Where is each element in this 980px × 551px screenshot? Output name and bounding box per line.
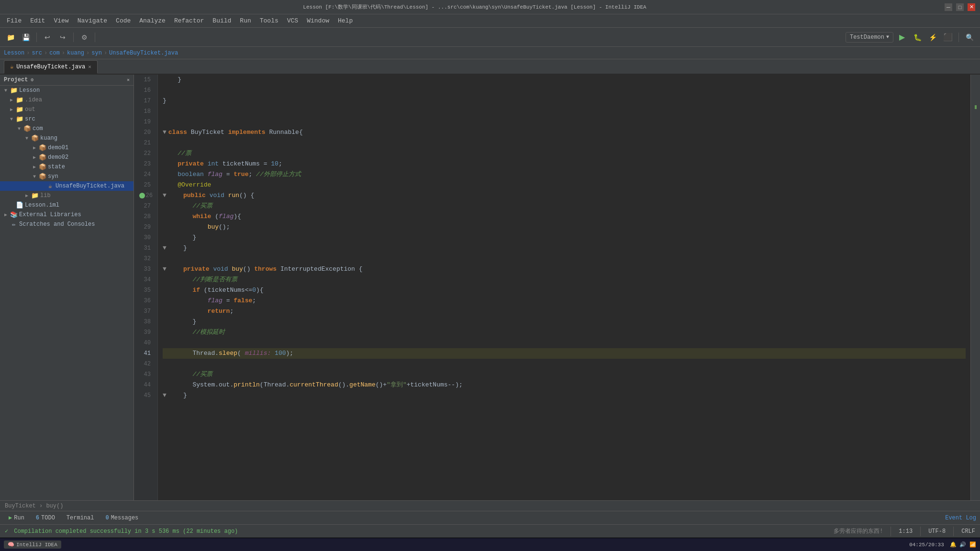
code-line-25: @Override <box>163 180 966 190</box>
menu-view[interactable]: View <box>50 16 72 26</box>
right-gutter <box>970 75 980 500</box>
bottom-tab-todo[interactable]: 6 TODO <box>31 512 60 524</box>
minimize-button[interactable]: ─ <box>945 3 952 11</box>
tree-label-lesson-iml: Lesson.iml <box>25 202 59 209</box>
status-encoding[interactable]: UTF-8 <box>928 528 946 535</box>
breakpoint-icon[interactable] <box>139 193 145 198</box>
menu-tools[interactable]: Tools <box>256 16 282 26</box>
menu-navigate[interactable]: Navigate <box>74 16 111 26</box>
line-num-17: 17 <box>134 96 154 106</box>
menu-code[interactable]: Code <box>112 16 134 26</box>
menu-window[interactable]: Window <box>303 16 333 26</box>
bottom-tab-messages[interactable]: 0 Messages <box>100 512 143 524</box>
tree-item-out[interactable]: ▶ 📁 out <box>0 105 134 114</box>
sidebar-settings-icon[interactable]: ⚙ <box>31 77 33 83</box>
menu-edit[interactable]: Edit <box>26 16 49 26</box>
menu-help[interactable]: Help <box>334 16 356 26</box>
bottom-tabs: ▶ Run 6 TODO Terminal 0 Messages Event L… <box>0 511 980 524</box>
code-line-44: System.out. println (Thread. currentThre… <box>163 380 966 390</box>
line-num-26: 26 <box>134 190 154 201</box>
tree-item-kuang[interactable]: ▼ 📦 kuang <box>0 133 134 143</box>
tree-item-src[interactable]: ▼ 📁 src <box>0 114 134 124</box>
tree-item-external-libraries[interactable]: ▶ 📚 External Libraries <box>0 210 134 220</box>
sidebar-close-icon[interactable]: ✕ <box>127 77 130 83</box>
taskbar-idea[interactable]: 🧠 IntelliJ IDEA <box>4 540 61 549</box>
window-controls: ─ □ ✕ <box>945 3 975 11</box>
toolbar-settings-button[interactable]: ⚙ <box>78 31 91 44</box>
status-line-col[interactable]: 1:13 <box>899 528 913 535</box>
line-num-23: 23 <box>134 159 154 169</box>
breadcrumb-src[interactable]: src <box>32 50 42 56</box>
toolbar-save-button[interactable]: 💾 <box>19 31 33 44</box>
toolbar-search-button[interactable]: 🔍 <box>963 31 976 44</box>
idea-label: IntelliJ IDEA <box>16 542 57 548</box>
sidebar-header: Project ⚙ ✕ <box>0 75 134 86</box>
menu-file[interactable]: File <box>3 16 25 26</box>
menu-run[interactable]: Run <box>236 16 255 26</box>
stop-button[interactable]: ⬛ <box>941 31 955 44</box>
editor-area: 15 16 17 18 19 20 21 22 23 24 25 26 27 2… <box>134 75 980 500</box>
coverage-button[interactable]: ⚡ <box>926 31 939 44</box>
todo-tab-label: TODO <box>41 515 55 521</box>
status-crlf[interactable]: CRLF <box>961 528 975 535</box>
run-button[interactable]: ▶ <box>895 31 909 44</box>
tree-item-com[interactable]: ▼ 📦 com <box>0 124 134 133</box>
tree-item-lib[interactable]: ▶ 📁 lib <box>0 191 134 200</box>
close-button[interactable]: ✕ <box>968 3 975 11</box>
bottom-tab-run[interactable]: ▶ Run <box>4 512 29 524</box>
status-chinese-text: 多劳者应得的东西! <box>834 527 883 535</box>
run-config-dropdown[interactable]: TestDaemon ▼ <box>846 32 893 43</box>
tree-label-src: src <box>25 116 35 122</box>
bottom-tab-terminal[interactable]: Terminal <box>62 512 99 524</box>
tab-unsafebuyticket[interactable]: ☕ UnsafeBuyTicket.java ✕ <box>4 60 98 74</box>
breadcrumb-kuang[interactable]: kuang <box>67 50 84 56</box>
code-line-27: //买票 <box>163 201 966 211</box>
toolbar-open-recent-button[interactable]: 📁 <box>4 31 17 44</box>
tree-item-demo02[interactable]: ▶ 📦 demo02 <box>0 153 134 162</box>
code-line-22: //票 <box>163 148 966 159</box>
debug-button[interactable]: 🐛 <box>911 31 924 44</box>
tree-item-state[interactable]: ▶ 📦 state <box>0 162 134 172</box>
toolbar-redo-button[interactable]: ↪ <box>56 31 69 44</box>
menu-refactor[interactable]: Refactor <box>170 16 208 26</box>
code-line-42 <box>163 359 966 369</box>
package-icon-syn: 📦 <box>38 173 47 180</box>
tab-close-icon[interactable]: ✕ <box>88 64 91 70</box>
tree-item-syn[interactable]: ▼ 📦 syn <box>0 172 134 181</box>
maximize-button[interactable]: □ <box>956 3 964 11</box>
line-num-44: 44 <box>134 380 154 390</box>
event-log-link[interactable]: Event Log <box>945 515 976 521</box>
breadcrumb-sep-5: › <box>104 50 107 56</box>
messages-count: 0 <box>105 515 109 521</box>
tree-item-unsafebuyticket[interactable]: ☕ UnsafeBuyTicket.java <box>0 181 134 191</box>
tree-label-demo02: demo02 <box>48 154 68 161</box>
breadcrumb-syn[interactable]: syn <box>91 50 102 56</box>
menu-build[interactable]: Build <box>209 16 235 26</box>
toolbar-undo-button[interactable]: ↩ <box>41 31 54 44</box>
status-message: Compilation completed successfully in 3 … <box>14 528 238 535</box>
code-line-43: //买票 <box>163 369 966 380</box>
breadcrumb-com[interactable]: com <box>49 50 60 56</box>
tree-arrow-unsafebuyticket <box>38 182 46 190</box>
line-num-36: 36 <box>134 296 154 306</box>
code-area[interactable]: } } ▼ class BuyTicket implements Runnabl… <box>158 75 970 500</box>
tree-label-syn: syn <box>48 173 58 180</box>
breadcrumb-lesson[interactable]: Lesson <box>4 50 24 56</box>
line-num-34: 34 <box>134 275 154 285</box>
tree-item-idea[interactable]: ▶ 📁 .idea <box>0 95 134 105</box>
menu-vcs[interactable]: VCS <box>283 16 302 26</box>
status-bar: ✓ Compilation completed successfully in … <box>0 524 980 538</box>
taskbar: 🧠 IntelliJ IDEA 04:25/20:33 🔔 🔊 📶 <box>0 538 980 551</box>
code-line-24: boolean flag = true ; //外部停止方式 <box>163 169 966 180</box>
breadcrumb-file[interactable]: UnsafeBuyTicket.java <box>109 50 178 56</box>
tree-item-lesson[interactable]: ▼ 📁 Lesson <box>0 86 134 95</box>
tree-item-lesson-iml[interactable]: 📄 Lesson.iml <box>0 200 134 210</box>
tree-item-demo01[interactable]: ▶ 📦 demo01 <box>0 143 134 153</box>
tree-item-scratches[interactable]: ✏️ Scratches and Consoles <box>0 220 134 229</box>
line-num-28: 28 <box>134 211 154 222</box>
code-line-19 <box>163 117 966 127</box>
title-text: Lesson [F:\数学\同课班\代码\Thread\Lesson] - ..… <box>5 3 945 11</box>
line-num-31: 31 <box>134 243 154 253</box>
menu-analyze[interactable]: Analyze <box>135 16 169 26</box>
library-icon: 📚 <box>10 211 18 219</box>
